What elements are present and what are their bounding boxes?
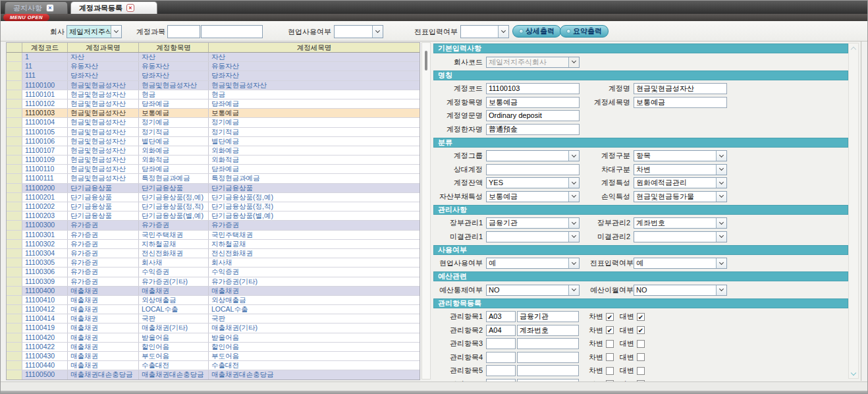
row-selector-cell[interactable]	[7, 240, 22, 248]
row-selector-cell[interactable]	[7, 352, 22, 360]
tab-account-registration[interactable]: 계정과목등록 ×	[70, 1, 157, 14]
credit-checkbox[interactable]: ✔	[637, 326, 645, 334]
mgmt-item-code-field[interactable]: A04	[486, 325, 516, 336]
account-search-code-input[interactable]	[167, 25, 200, 38]
row-selector-cell[interactable]	[7, 343, 22, 351]
row-selector-cell[interactable]	[7, 249, 22, 258]
row-selector-cell[interactable]	[7, 184, 22, 192]
row-selector-cell[interactable]	[7, 165, 22, 173]
table-row[interactable]: 11100500매출채권대손충당금매출채권대손충당금매출채권대손충당금	[7, 370, 420, 380]
row-selector-cell[interactable]	[7, 62, 22, 70]
account-group-select[interactable]	[486, 150, 580, 161]
company-select[interactable]: 제일저지주식회사	[67, 25, 122, 38]
account-name-field[interactable]: 현금및현금성자산	[634, 83, 727, 94]
table-row[interactable]: 11100110현금및현금성자산당좌예금당좌예금	[7, 165, 420, 174]
account-search-name-input[interactable]	[201, 25, 263, 38]
row-selector-cell[interactable]	[7, 361, 22, 370]
table-row[interactable]: 11100202단기금융상품단기금융상품(정,적)단기금융상품(정,적)	[7, 202, 420, 211]
table-row[interactable]: 11100111현금및현금성자산특정현금과예금특정현금과예금	[7, 174, 420, 183]
tab-close-icon[interactable]: ×	[126, 4, 134, 12]
table-row[interactable]: 11100302유가증권지하철공채지하철공채	[7, 240, 420, 249]
row-selector-cell[interactable]	[7, 137, 22, 146]
account-detail-name-field[interactable]: 보통예금	[634, 97, 727, 108]
table-row[interactable]: 111당좌자산당좌자산당좌자산	[7, 71, 420, 80]
table-row[interactable]: 11100305유가증권회사채회사채	[7, 258, 420, 267]
account-attribute-select[interactable]: 원화예적금관리	[634, 177, 727, 188]
table-row[interactable]: 11100419매출채권매출채권(기타)매출채권(기타)	[7, 324, 420, 333]
row-selector-cell[interactable]	[7, 258, 22, 267]
menu-open-button[interactable]: MENU OPEN	[3, 14, 49, 21]
mgmt-item-name-field[interactable]	[517, 338, 579, 349]
mgmt-item-code-field[interactable]	[486, 365, 516, 376]
table-row[interactable]: 11100400매출채권매출채권매출채권	[7, 287, 420, 296]
tab-notice[interactable]: 공지사항 ×	[5, 1, 68, 14]
table-row[interactable]: 11100107현금및현금성자산외화예금외화예금	[7, 146, 420, 155]
row-selector-cell[interactable]	[7, 90, 22, 99]
row-selector-cell[interactable]	[7, 296, 22, 304]
row-selector-cell[interactable]	[7, 155, 22, 164]
pending-mgmt2-select[interactable]	[634, 231, 727, 242]
debit-checkbox[interactable]: ✔	[606, 326, 614, 334]
account-code-field[interactable]: 11100103	[486, 83, 580, 94]
profit-loss-attr-select[interactable]: 현금및현금등가물	[634, 191, 727, 202]
credit-checkbox[interactable]	[637, 353, 645, 361]
table-row[interactable]: 11100200단기금융상품단기금융상품단기금융상품	[7, 184, 420, 193]
table-row[interactable]: 11100306유가증권수익증권수익증권	[7, 267, 420, 277]
row-selector-cell[interactable]	[7, 211, 22, 220]
debit-checkbox[interactable]	[606, 353, 614, 361]
budget-control-yn-select[interactable]: NO	[486, 285, 580, 296]
asset-liability-attr-select[interactable]: 보통예금	[486, 191, 580, 202]
row-selector-cell[interactable]	[7, 314, 22, 323]
row-selector-cell[interactable]	[7, 193, 22, 202]
budget-carryover-yn-select[interactable]: NO	[634, 285, 727, 296]
table-row[interactable]: 11100300유가증권유가증권유가증권	[7, 221, 420, 230]
account-balance-select[interactable]: YES	[486, 177, 580, 188]
credit-checkbox[interactable]	[637, 340, 645, 348]
panel-scrollbar[interactable]	[848, 43, 859, 379]
table-row[interactable]: 11100309유가증권유가증권(기타)유가증권(기타)	[7, 277, 420, 287]
table-row[interactable]: 11100410매출채권외상매출금외상매출금	[7, 296, 420, 305]
summary-print-button[interactable]: 요약출력	[560, 25, 609, 38]
credit-checkbox[interactable]: ✔	[637, 313, 645, 321]
mgmt-item-name-field[interactable]: 계좌번호	[517, 325, 579, 336]
debit-checkbox[interactable]	[606, 367, 614, 375]
table-row[interactable]: 11100301유가증권국민주택채권국민주택채권	[7, 231, 420, 240]
tab-close-icon[interactable]: ×	[46, 4, 54, 12]
account-item-name-field[interactable]: 보통예금	[486, 97, 580, 108]
scrollbar-thumb[interactable]	[425, 51, 427, 70]
table-row[interactable]: 11100105현금및현금성자산정기적금정기적금	[7, 128, 420, 137]
scroll-up-icon[interactable]	[849, 43, 858, 53]
debit-checkbox[interactable]	[606, 340, 614, 348]
row-selector-cell[interactable]	[7, 324, 22, 332]
table-row[interactable]: 11100104현금및현금성자산정기예금정기예금	[7, 118, 420, 127]
table-row[interactable]: 1자산자산자산	[7, 53, 420, 62]
row-selector-cell[interactable]	[7, 53, 22, 61]
counter-account-field[interactable]	[486, 164, 580, 175]
table-row[interactable]: 11100106현금및현금성자산별단예금별단예금	[7, 137, 420, 146]
row-selector-cell[interactable]	[7, 305, 22, 314]
table-row[interactable]: 11100440매출채권수출대전수출대전	[7, 361, 420, 370]
row-selector-cell[interactable]	[7, 174, 22, 183]
mgmt-item-code-field[interactable]	[486, 338, 516, 349]
row-selector-cell[interactable]	[7, 71, 22, 80]
detail-print-button[interactable]: 상세출력	[512, 25, 561, 38]
row-selector-cell[interactable]	[7, 202, 22, 211]
debit-checkbox[interactable]: ✔	[606, 313, 614, 321]
table-row[interactable]: 11100101현금및현금성자산현금현금	[7, 90, 420, 99]
field-use-filter-select[interactable]	[334, 25, 383, 38]
table-row[interactable]: 11100420매출채권받을어음받을어음	[7, 333, 420, 343]
ledger-mgmt1-select[interactable]: 금융기관	[486, 217, 580, 229]
table-row[interactable]: 11100414매출채권국판국판	[7, 314, 420, 324]
table-row[interactable]: 11100100현금및현금성자산현금및현금성자산현금및현금성자산	[7, 81, 420, 90]
row-selector-cell[interactable]	[7, 146, 22, 155]
slip-input-filter-select[interactable]	[460, 25, 509, 38]
slip-input-yn-select[interactable]: 예	[634, 258, 727, 269]
table-row[interactable]: 11유동자산유동자산유동자산	[7, 62, 420, 71]
field-use-yn-select[interactable]: 예	[486, 258, 580, 269]
table-row[interactable]: 11100412매출채권LOCAL수출LOCAL수출	[7, 305, 420, 314]
scroll-down-icon[interactable]	[849, 369, 858, 378]
row-selector-cell[interactable]	[7, 221, 22, 229]
row-selector-cell[interactable]	[7, 267, 22, 276]
table-row[interactable]: 11100422매출채권할인어음할인어음	[7, 343, 420, 352]
table-row[interactable]: 11100102현금및현금성자산당좌예금당좌예금	[7, 99, 420, 109]
